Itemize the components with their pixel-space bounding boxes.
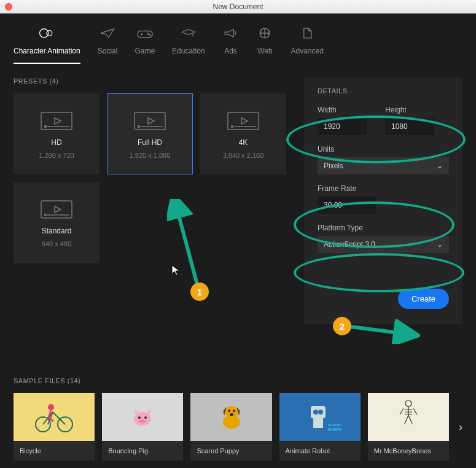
sample-thumb: SCIENCE MUSEUM <box>279 393 361 441</box>
svg-point-26 <box>313 410 318 415</box>
dialog-body: Character Animation Social Game Educatio… <box>0 14 476 468</box>
preset-full-hd[interactable]: Full HD 1,920 x 1,080 <box>107 93 193 174</box>
svg-point-3 <box>149 34 150 36</box>
samples-panel: SAMPLE FILES (14) Bicycle <box>0 367 476 461</box>
tab-education[interactable]: Education <box>172 26 205 64</box>
svg-point-22 <box>228 410 230 412</box>
svg-point-1 <box>47 31 52 36</box>
tab-ads[interactable]: Ads <box>222 26 239 64</box>
preset-standard[interactable]: Standard 640 x 480 <box>14 182 99 263</box>
globe-icon <box>256 26 273 41</box>
framerate-input[interactable] <box>318 197 376 214</box>
tab-social[interactable]: Social <box>98 26 118 64</box>
paper-plane-icon <box>99 26 116 41</box>
framerate-label: Frame Rate <box>318 184 449 193</box>
sample-thumb <box>102 393 183 441</box>
width-label: Width <box>318 106 367 114</box>
svg-point-6 <box>45 126 47 128</box>
svg-point-12 <box>45 214 47 216</box>
video-preset-icon <box>39 197 74 222</box>
tab-advanced[interactable]: Advanced <box>291 26 323 64</box>
close-window-icon[interactable] <box>5 3 12 10</box>
details-panel: DETAILS Width Height Units Pixels ⌄ <box>304 77 462 324</box>
presets-heading: PRESETS (4) <box>14 77 292 85</box>
presets-panel: PRESETS (4) HD 1,280 x 720 Full HD 1,920… <box>14 77 292 324</box>
sample-scared-puppy[interactable]: Scared Puppy <box>190 393 271 461</box>
window-titlebar: New Document <box>0 0 476 14</box>
svg-point-8 <box>138 126 140 128</box>
svg-text:MUSEUM: MUSEUM <box>328 427 341 431</box>
samples-heading: SAMPLE FILES (14) <box>14 377 462 384</box>
height-input[interactable] <box>385 118 434 135</box>
svg-point-19 <box>139 419 146 423</box>
svg-rect-28 <box>313 418 323 428</box>
graduation-cap-icon <box>180 26 197 41</box>
video-preset-icon <box>225 109 261 133</box>
sample-thumb <box>14 393 95 441</box>
svg-point-2 <box>147 33 149 34</box>
video-preset-icon <box>132 109 168 133</box>
pig-icon <box>127 402 158 432</box>
platform-select[interactable]: ActionScript 3.0 ⌄ <box>318 236 449 253</box>
svg-point-15 <box>48 404 54 410</box>
units-label: Units <box>318 145 449 154</box>
platform-label: Platform Type <box>318 224 449 232</box>
chevron-down-icon: ⌄ <box>437 240 443 249</box>
robot-icon: SCIENCE MUSEUM <box>298 399 341 435</box>
document-icon <box>298 26 316 41</box>
tab-web[interactable]: Web <box>256 26 273 64</box>
megaphone-icon <box>222 26 239 41</box>
skeleton-icon <box>396 399 421 435</box>
svg-line-33 <box>351 327 408 334</box>
sample-thumb <box>368 393 449 441</box>
svg-point-10 <box>232 126 233 128</box>
category-tabs: Character Animation Social Game Educatio… <box>0 14 476 64</box>
width-input[interactable] <box>318 118 367 135</box>
svg-point-18 <box>144 416 147 419</box>
preset-4k[interactable]: 4K 3,840 x 2,160 <box>200 93 286 174</box>
puppy-icon <box>213 399 250 435</box>
sample-mr-mcboneybones[interactable]: Mr McBoneyBones <box>368 393 449 461</box>
sample-bicycle[interactable]: Bicycle <box>14 393 95 461</box>
svg-point-16 <box>134 412 151 426</box>
gamepad-icon <box>136 26 154 41</box>
bicycle-icon <box>29 399 79 435</box>
svg-text:SCIENCE: SCIENCE <box>328 423 341 427</box>
svg-point-23 <box>233 410 235 412</box>
character-animation-icon <box>38 26 55 41</box>
svg-point-27 <box>318 410 323 415</box>
video-preset-icon <box>39 109 74 133</box>
sample-thumb <box>190 393 271 441</box>
sample-bouncing-pig[interactable]: Bouncing Pig <box>102 393 183 461</box>
height-label: Height <box>385 106 434 114</box>
samples-next-icon[interactable]: › <box>459 421 462 434</box>
svg-point-24 <box>230 413 233 416</box>
units-select[interactable]: Pixels ⌄ <box>318 157 449 174</box>
preset-hd[interactable]: HD 1,280 x 720 <box>14 93 99 174</box>
details-heading: DETAILS <box>318 87 449 95</box>
tab-game[interactable]: Game <box>135 26 155 64</box>
svg-point-17 <box>138 416 141 419</box>
tab-character-animation[interactable]: Character Animation <box>14 26 80 64</box>
svg-point-31 <box>405 400 412 407</box>
window-title: New Document <box>213 2 263 11</box>
create-button[interactable]: Create <box>398 289 449 309</box>
sample-animate-robot[interactable]: SCIENCE MUSEUM Animate Robot <box>279 393 361 461</box>
chevron-down-icon: ⌄ <box>437 162 443 170</box>
svg-point-21 <box>225 406 238 418</box>
